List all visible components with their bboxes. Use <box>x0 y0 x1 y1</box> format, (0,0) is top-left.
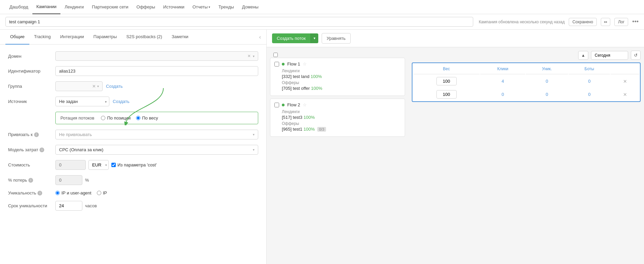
attach-row: Привязать к i Не привязывать ▾ <box>8 130 258 139</box>
cost-value-label: Стоимость <box>8 162 55 167</box>
tab-general[interactable]: Общие <box>5 30 29 45</box>
attach-placeholder: Не привязывать <box>59 132 253 137</box>
rotation-position-label: По позиции <box>107 115 131 121</box>
campaign-name-input[interactable] <box>5 17 473 27</box>
loss-info-icon[interactable]: i <box>28 178 33 183</box>
uniqueness-options: IP и user-agent IP <box>55 190 107 195</box>
duration-unit-label: часов <box>85 203 97 208</box>
group-select[interactable]: ✕ ▾ <box>55 81 103 91</box>
tab-params[interactable]: Параметры <box>89 30 122 45</box>
select-all-flows-checkbox[interactable] <box>273 53 278 57</box>
tab-integrations[interactable]: Интеграции <box>55 30 89 45</box>
domain-row: Домен ✕ ▾ <box>8 51 258 61</box>
flow-2-weight-cell <box>413 88 480 101</box>
uniqueness-info-icon[interactable]: i <box>37 191 42 195</box>
tab-notes[interactable]: Заметки <box>167 30 193 45</box>
rotation-position-radio[interactable] <box>101 116 105 120</box>
stats-sort-button[interactable]: ▲ <box>578 51 588 60</box>
currency-select[interactable]: EUR <box>88 160 109 170</box>
attach-info-icon[interactable]: i <box>34 132 39 137</box>
header-right: Кампания обновлена несколько секунд наза… <box>479 18 639 26</box>
link-button[interactable]: ⇔ <box>601 18 610 26</box>
stats-refresh-button[interactable]: ↺ <box>631 51 641 60</box>
group-caret-icon: ▾ <box>97 84 99 88</box>
cost-from-param-checkbox[interactable] <box>111 163 116 167</box>
stats-table: Вес Клики Уник. Боты 4 <box>412 62 641 102</box>
create-group-link[interactable]: Создать <box>106 84 123 89</box>
group-label: Группа <box>8 84 55 89</box>
rotation-by-position-option[interactable]: По позиции <box>101 115 131 121</box>
flow-1-weight-input[interactable] <box>436 77 457 85</box>
cost-value-input[interactable] <box>55 160 86 170</box>
cost-model-value: CPC (Оплата за клик) <box>59 147 253 152</box>
stats-row-flow-1: 4 0 0 ✕ <box>413 75 639 87</box>
uniqueness-ip-radio[interactable] <box>97 191 101 195</box>
nav-landings[interactable]: Лендинги <box>60 0 88 14</box>
uniqueness-ip-useragent-option[interactable]: IP и user-agent <box>55 190 91 195</box>
nav-campaigns[interactable]: Кампании <box>32 0 61 14</box>
flow-1-uniq[interactable]: 0 <box>526 75 568 87</box>
flow-2-offers-badge: 0/3 <box>317 127 326 132</box>
log-button[interactable]: Лог <box>614 18 628 26</box>
nav-partner-networks[interactable]: Партнерские сети <box>88 0 132 14</box>
flow-2-bots[interactable]: 0 <box>569 88 610 101</box>
nav-dashboard[interactable]: Дашборд <box>5 0 32 14</box>
duration-row: Срок уникальности часов <box>8 201 258 211</box>
loss-label: % потерь i <box>8 178 55 183</box>
uniqueness-ip-label: IP <box>103 190 107 195</box>
flow-2-landings-percent: 100% <box>303 115 315 120</box>
domain-clear-icon[interactable]: ✕ <box>247 54 251 58</box>
flow-1-bots[interactable]: 0 <box>569 75 610 87</box>
uniqueness-ip-useragent-radio[interactable] <box>55 191 60 195</box>
flow-2-remove-button[interactable]: ✕ <box>623 92 627 97</box>
stats-panel: ▲ Сегодня ↺ Вес Клики Уник. Б <box>408 47 644 264</box>
flow-2-weight-input[interactable] <box>436 90 457 99</box>
tab-tracking[interactable]: Tracking <box>29 30 55 45</box>
flow-2-star-icon[interactable]: ☆ <box>303 102 307 107</box>
flow-1-clicks[interactable]: 4 <box>480 75 525 87</box>
cost-from-param-label[interactable]: Из параметра 'cost' <box>111 162 157 167</box>
create-source-link[interactable]: Создать <box>113 99 129 104</box>
flow-1-offers-label: Офферы <box>274 80 401 85</box>
flow-2-header: Flow 2 ☆ <box>274 102 401 107</box>
loss-value-input[interactable] <box>55 175 82 185</box>
domain-input[interactable]: ✕ ▾ <box>55 51 258 61</box>
stats-date-select[interactable]: Сегодня <box>591 51 628 60</box>
nav-domains[interactable]: Домены <box>238 0 263 14</box>
rotation-box: Ротация потоков По позиции По весу <box>55 112 258 124</box>
rotation-weight-radio[interactable] <box>136 116 140 120</box>
create-flow-button[interactable]: Создать поток <box>272 33 311 43</box>
saved-button[interactable]: Сохранено <box>569 18 597 26</box>
cost-model-info-icon[interactable]: i <box>39 148 44 152</box>
flow-2-clicks[interactable]: 0 <box>480 88 525 101</box>
create-flow-caret-button[interactable]: ▾ <box>311 33 318 43</box>
source-select[interactable]: Не задан <box>55 97 109 106</box>
uniqueness-row: Уникальность i IP и user-agent IP <box>8 190 258 195</box>
duration-value-input[interactable] <box>55 201 82 211</box>
flow-1-remove-button[interactable]: ✕ <box>623 79 627 84</box>
nav-sources[interactable]: Источники <box>159 0 189 14</box>
stats-col-actions <box>611 64 639 74</box>
attach-select[interactable]: Не привязывать ▾ <box>55 130 258 139</box>
group-clear-icon[interactable]: ✕ <box>92 84 96 89</box>
flow-1-star-icon[interactable]: ☆ <box>303 61 307 67</box>
loss-row: % потерь i % <box>8 175 258 185</box>
nav-reports[interactable]: Отчеты▾ <box>188 0 214 14</box>
flow-2-uniq[interactable]: 0 <box>526 88 568 101</box>
identifier-input[interactable] <box>55 66 258 76</box>
identifier-label: Идентификатор <box>8 69 55 74</box>
flow-1-landings-percent: 100% <box>311 74 322 79</box>
domain-label: Домен <box>8 54 55 59</box>
more-button[interactable]: ••• <box>632 18 639 25</box>
align-button[interactable]: Уравнять <box>322 33 351 44</box>
tabs-collapse-icon[interactable]: ‹ <box>259 34 261 40</box>
nav-trends[interactable]: Тренды <box>214 0 238 14</box>
nav-offers[interactable]: Офферы <box>132 0 159 14</box>
uniqueness-ip-option[interactable]: IP <box>97 190 107 195</box>
flow-2-checkbox[interactable] <box>274 103 279 107</box>
rotation-by-weight-option[interactable]: По весу <box>136 115 158 121</box>
cost-model-select[interactable]: CPC (Оплата за клик) ▾ <box>55 145 258 155</box>
flow-1-checkbox[interactable] <box>274 62 279 67</box>
tab-s2s[interactable]: S2S postbacks (2) <box>122 30 167 45</box>
duration-inputs: часов <box>55 201 97 211</box>
